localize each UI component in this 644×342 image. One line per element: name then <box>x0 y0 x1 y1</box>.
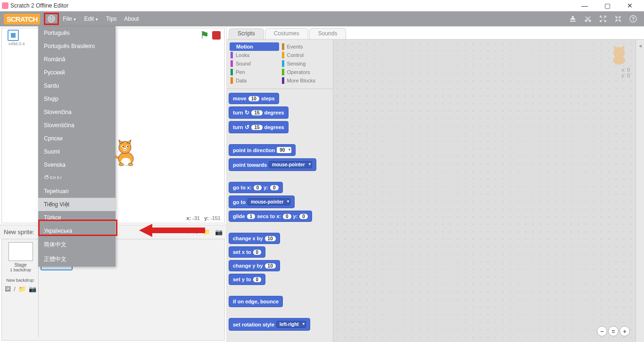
block-glide[interactable]: glide1secs to x:0y:0 <box>229 211 312 222</box>
script-area[interactable]: x: 0 y: 0 − = + <box>333 40 636 342</box>
cat-sound[interactable]: Sound <box>230 59 279 68</box>
script-sprite-watermark <box>608 44 630 68</box>
backdrop-library-icon[interactable]: 🖼 <box>5 285 11 293</box>
block-rotation-style[interactable]: set rotation styleleft-right <box>229 318 310 331</box>
svg-point-13 <box>127 146 128 147</box>
language-option[interactable]: Sardu <box>38 79 116 92</box>
tab-costumes[interactable]: Costumes <box>265 28 308 39</box>
shrink-tool-icon[interactable] <box>614 15 622 23</box>
backpack-tab[interactable]: ◂ <box>636 40 644 342</box>
stamp-tool-icon[interactable] <box>569 15 577 23</box>
svg-point-11 <box>123 146 124 147</box>
language-option[interactable]: Svenska <box>38 158 116 171</box>
block-change-x[interactable]: change x by10 <box>229 233 280 244</box>
blocks-list[interactable]: move10steps turn↻15degrees turn↺15degree… <box>227 89 333 342</box>
language-option[interactable]: Српски <box>38 132 116 145</box>
zoom-in-button[interactable]: + <box>619 326 630 336</box>
new-backdrop-label: New backdrop: <box>6 278 34 283</box>
tab-sounds[interactable]: Sounds <box>309 28 347 39</box>
zoom-out-button[interactable]: − <box>597 326 607 336</box>
window-title: Scratch 2 Offline Editor <box>10 2 68 9</box>
language-option[interactable]: 正體中文 <box>38 252 116 267</box>
tab-scripts[interactable]: Scripts <box>229 28 264 39</box>
cat-events[interactable]: Events <box>281 42 330 51</box>
maximize-button[interactable]: ▢ <box>602 2 613 9</box>
menu-file[interactable]: File▼ <box>59 16 80 22</box>
menu-tips[interactable]: Tips <box>102 16 120 22</box>
menu-about[interactable]: About <box>120 16 142 22</box>
language-option[interactable]: Tepehuan <box>38 185 116 198</box>
svg-text:?: ? <box>632 16 635 22</box>
stage-coordinates: x: -31 y: -151 <box>186 215 221 221</box>
block-point-direction[interactable]: point in direction90 <box>229 144 296 156</box>
green-flag-button[interactable]: ⚑ <box>200 29 209 41</box>
backdrop-count-label: 1 backdrop <box>10 268 31 272</box>
cat-data[interactable]: Data <box>230 76 279 85</box>
cat-pen[interactable]: Pen <box>230 68 279 76</box>
cat-control[interactable]: Control <box>281 51 330 59</box>
block-move[interactable]: move10steps <box>229 93 279 104</box>
language-option[interactable]: Українська <box>38 224 116 237</box>
menubar: SCRATCH File▼ Edit▼ Tips About ? <box>0 11 644 26</box>
minimize-button[interactable]: — <box>579 2 590 9</box>
block-go-to-sprite[interactable]: go tomouse-pointer <box>229 195 295 208</box>
tabs: Scripts Costumes Sounds <box>227 28 644 40</box>
cat-sensing[interactable]: Sensing <box>281 59 330 68</box>
script-xy-display: x: 0 y: 0 <box>621 67 630 78</box>
fullscreen-button[interactable] <box>8 30 19 41</box>
language-option[interactable]: Slovenčina <box>38 106 116 119</box>
block-bounce[interactable]: if on edge, bounce <box>229 296 283 307</box>
cat-more-blocks[interactable]: More Blocks <box>281 76 330 85</box>
camera-backdrop-icon[interactable]: 📷 <box>29 285 36 293</box>
language-option[interactable]: Română <box>38 53 116 66</box>
language-dropdown: PortuguêsPortuguês BrasileiroRomânăРусск… <box>38 26 116 267</box>
language-option[interactable]: Slovenščina <box>38 119 116 132</box>
scratch-logo: SCRATCH <box>4 14 40 24</box>
stage-thumbnail[interactable] <box>8 242 33 261</box>
language-option[interactable]: 简体中文 <box>38 237 116 252</box>
cat-looks[interactable]: Looks <box>230 51 279 59</box>
help-tool-icon[interactable]: ? <box>629 15 637 23</box>
language-option[interactable]: Suomi <box>38 145 116 158</box>
block-point-towards[interactable]: point towardsmouse-pointer <box>229 158 316 171</box>
upload-backdrop-icon[interactable]: 📁 <box>18 285 26 293</box>
svg-point-15 <box>119 163 124 166</box>
language-option[interactable]: Türkçe <box>38 211 116 224</box>
block-turn-ccw[interactable]: turn↺15degrees <box>229 121 289 133</box>
zoom-reset-button[interactable]: = <box>608 326 619 336</box>
window-controls: — ▢ ✕ <box>579 2 642 9</box>
language-option[interactable]: Shqip <box>38 92 116 106</box>
language-option[interactable]: Português Brasileiro <box>38 40 116 53</box>
language-option[interactable]: Português <box>38 26 116 40</box>
app-icon <box>2 2 8 9</box>
close-button[interactable]: ✕ <box>624 2 636 9</box>
block-change-y[interactable]: change y by10 <box>229 260 280 271</box>
language-option[interactable]: తెలుగు <box>38 171 116 185</box>
stop-button[interactable] <box>212 31 221 40</box>
block-set-y[interactable]: set y to0 <box>229 274 265 285</box>
cat-sprite[interactable] <box>113 139 139 169</box>
block-set-x[interactable]: set x to0 <box>229 246 265 258</box>
cat-motion[interactable]: Motion <box>230 42 279 51</box>
new-sprite-label: New sprite: <box>4 228 34 236</box>
annotation-arrow <box>139 224 205 239</box>
grow-tool-icon[interactable] <box>599 15 607 23</box>
turn-ccw-icon: ↺ <box>245 124 249 130</box>
block-palette: Motion Events Looks Control Sound Sensin… <box>227 40 333 342</box>
globe-icon <box>47 15 56 23</box>
zoom-controls: − = + <box>597 326 630 336</box>
svg-point-16 <box>128 163 133 166</box>
language-option[interactable]: Tiếng Việt <box>38 198 116 211</box>
language-option[interactable]: Русский <box>38 66 116 79</box>
right-panel: Scripts Costumes Sounds Motion Events Lo… <box>226 26 644 342</box>
block-go-to-xy[interactable]: go to x:0y:0 <box>229 182 283 193</box>
scissors-tool-icon[interactable] <box>584 15 592 23</box>
cat-operators[interactable]: Operators <box>281 68 330 76</box>
camera-sprite-icon[interactable]: 📷 <box>215 228 223 236</box>
menu-edit[interactable]: Edit▼ <box>80 16 102 22</box>
svg-point-20 <box>613 56 625 65</box>
block-turn-cw[interactable]: turn↻15degrees <box>229 106 289 119</box>
turn-cw-icon: ↻ <box>245 109 249 116</box>
paint-backdrop-icon[interactable]: / <box>14 285 16 293</box>
language-button[interactable] <box>44 13 59 25</box>
